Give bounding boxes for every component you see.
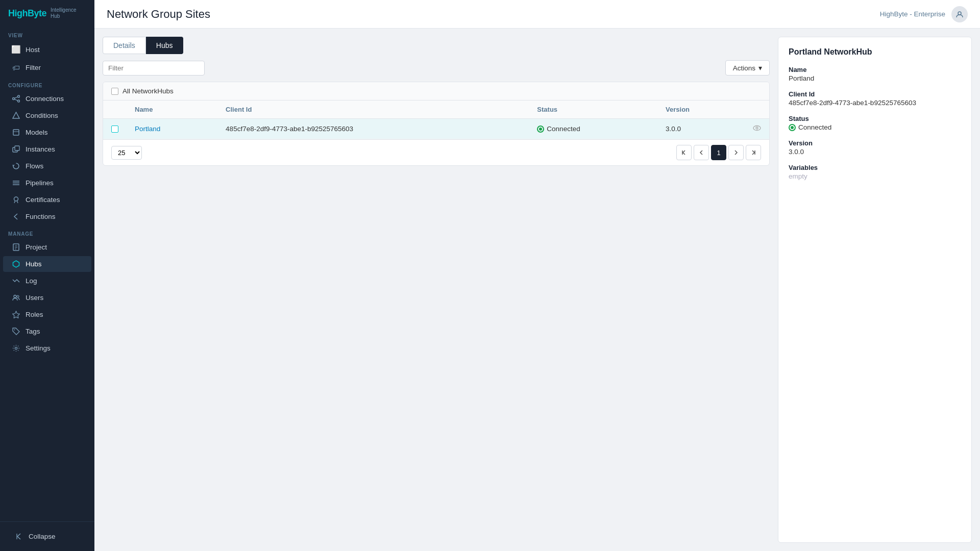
first-page-button[interactable] bbox=[676, 145, 692, 160]
logo: HighByte IntelligenceHub bbox=[0, 0, 94, 27]
conditions-icon bbox=[11, 112, 20, 119]
sidebar-item-label: Pipelines bbox=[26, 179, 54, 187]
col-version: Version bbox=[657, 101, 745, 119]
detail-variables-field: Variables empty bbox=[789, 164, 961, 180]
sidebar-item-label: Connections bbox=[26, 95, 64, 103]
page-title: Network Group Sites bbox=[107, 8, 210, 21]
models-icon bbox=[11, 129, 20, 136]
connections-icon bbox=[11, 95, 20, 103]
actions-button[interactable]: Actions ▾ bbox=[725, 60, 770, 76]
svg-point-24 bbox=[14, 330, 15, 331]
prev-page-button[interactable] bbox=[694, 145, 709, 160]
settings-icon bbox=[11, 344, 20, 352]
sidebar-item-label: Certificates bbox=[26, 196, 60, 204]
sidebar-item-tags[interactable]: Tags bbox=[3, 323, 91, 339]
sidebar-item-instances[interactable]: Instances bbox=[3, 141, 91, 157]
brand-sub: IntelligenceHub bbox=[51, 7, 77, 19]
svg-marker-23 bbox=[12, 311, 19, 318]
svg-line-15 bbox=[17, 201, 18, 204]
sidebar-item-label: Log bbox=[26, 277, 37, 285]
svg-line-4 bbox=[14, 99, 17, 101]
table-row[interactable]: Portland 485cf7e8-2df9-4773-abe1-b925257… bbox=[103, 119, 769, 139]
sidebar-item-label: Conditions bbox=[26, 112, 58, 119]
next-page-button[interactable] bbox=[728, 145, 744, 160]
all-hubs-row: All NetworkHubs bbox=[103, 82, 769, 101]
svg-point-22 bbox=[17, 295, 19, 297]
sidebar-item-filter[interactable]: 🏷 Filter bbox=[3, 59, 91, 76]
connected-icon bbox=[537, 126, 544, 133]
sidebar-item-label: Tags bbox=[26, 328, 40, 335]
sidebar-item-conditions[interactable]: Conditions bbox=[3, 108, 91, 123]
svg-point-2 bbox=[17, 100, 19, 102]
svg-line-3 bbox=[14, 97, 17, 98]
svg-rect-6 bbox=[13, 130, 19, 135]
sidebar-item-label: Filter bbox=[26, 64, 41, 71]
sidebar-item-label: Models bbox=[26, 129, 48, 136]
sidebar-item-project[interactable]: Project bbox=[3, 239, 91, 255]
col-client-id: Client Id bbox=[217, 101, 529, 119]
collapse-button[interactable]: Collapse bbox=[6, 529, 88, 544]
sidebar-item-certificates[interactable]: Certificates bbox=[3, 192, 91, 208]
roles-icon bbox=[11, 311, 20, 318]
enterprise-label: HighByte - Enterprise bbox=[880, 10, 945, 18]
left-panel: Details Hubs Actions ▾ All NetworkHubs bbox=[103, 37, 770, 543]
detail-panel-title: Portland NetworkHub bbox=[789, 47, 961, 57]
row-view-icon[interactable] bbox=[753, 125, 761, 134]
svg-point-25 bbox=[15, 347, 17, 349]
svg-point-27 bbox=[958, 12, 961, 15]
col-status: Status bbox=[529, 101, 657, 119]
sidebar-item-label: Settings bbox=[26, 344, 51, 352]
svg-rect-9 bbox=[15, 146, 19, 151]
detail-client-id-field: Client Id 485cf7e8-2df9-4773-abe1-b92525… bbox=[789, 90, 961, 107]
brand-name: HighByte bbox=[8, 8, 46, 19]
log-icon bbox=[11, 277, 20, 285]
hub-status: Connected bbox=[537, 125, 649, 133]
sidebar-item-roles[interactable]: Roles bbox=[3, 307, 91, 322]
last-page-button[interactable] bbox=[746, 145, 761, 160]
svg-marker-5 bbox=[13, 112, 19, 118]
page-1-button[interactable]: 1 bbox=[711, 145, 726, 160]
sidebar-item-pipelines[interactable]: Pipelines bbox=[3, 175, 91, 191]
sidebar-item-label: Project bbox=[26, 243, 47, 251]
sidebar-item-connections[interactable]: Connections bbox=[3, 91, 91, 107]
detail-status-value: Connected bbox=[789, 123, 961, 131]
row-checkbox[interactable] bbox=[111, 126, 118, 133]
all-hubs-checkbox[interactable] bbox=[111, 88, 118, 95]
svg-point-1 bbox=[17, 95, 19, 97]
sidebar-item-functions[interactable]: Functions bbox=[3, 209, 91, 224]
collapse-label: Collapse bbox=[29, 533, 56, 540]
actions-label: Actions bbox=[733, 64, 755, 72]
collapse-icon bbox=[14, 533, 23, 540]
svg-point-13 bbox=[14, 197, 18, 201]
tab-details[interactable]: Details bbox=[103, 37, 146, 54]
all-hubs-label[interactable]: All NetworkHubs bbox=[122, 87, 174, 95]
col-name: Name bbox=[127, 101, 217, 119]
sidebar-item-users[interactable]: Users bbox=[3, 290, 91, 306]
manage-section-label: MANAGE bbox=[0, 225, 94, 239]
user-avatar[interactable] bbox=[951, 6, 968, 22]
svg-point-28 bbox=[753, 126, 761, 131]
sidebar: HighByte IntelligenceHub VIEW ⬜ Host 🏷 F… bbox=[0, 0, 94, 551]
certificates-icon bbox=[11, 196, 20, 204]
sidebar-item-label: Hubs bbox=[26, 260, 42, 268]
svg-point-21 bbox=[14, 295, 16, 298]
sidebar-item-label: Users bbox=[26, 294, 43, 302]
sidebar-item-label: Roles bbox=[26, 311, 43, 318]
sidebar-item-settings[interactable]: Settings bbox=[3, 340, 91, 356]
filter-input[interactable] bbox=[103, 61, 205, 76]
per-page-select[interactable]: 10 25 50 100 bbox=[111, 146, 142, 160]
topbar-right: HighByte - Enterprise bbox=[880, 6, 968, 22]
users-icon bbox=[11, 294, 20, 302]
tags-icon bbox=[11, 328, 20, 335]
hub-name[interactable]: Portland bbox=[135, 125, 160, 133]
actions-chevron-icon: ▾ bbox=[758, 64, 762, 72]
sidebar-item-hubs[interactable]: Hubs bbox=[3, 256, 91, 272]
sidebar-item-host[interactable]: ⬜ Host bbox=[3, 41, 91, 58]
tab-hubs[interactable]: Hubs bbox=[146, 37, 184, 54]
table-body: Portland 485cf7e8-2df9-4773-abe1-b925257… bbox=[103, 119, 769, 139]
detail-panel: Portland NetworkHub Name Portland Client… bbox=[778, 37, 972, 543]
sidebar-item-flows[interactable]: Flows bbox=[3, 158, 91, 174]
sidebar-item-label: Host bbox=[26, 46, 40, 54]
sidebar-item-models[interactable]: Models bbox=[3, 124, 91, 140]
sidebar-item-log[interactable]: Log bbox=[3, 273, 91, 289]
